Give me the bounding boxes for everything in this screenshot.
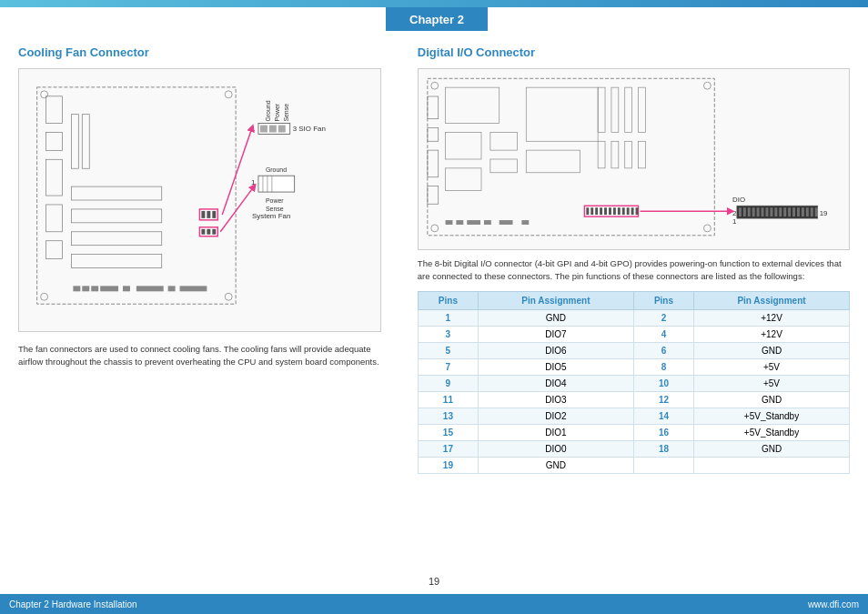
svg-rect-77: [586, 207, 589, 215]
svg-rect-1: [46, 96, 63, 124]
svg-text:1: 1: [251, 178, 256, 186]
svg-text:Ground: Ground: [266, 166, 287, 173]
pin-assignment: +12V: [694, 309, 850, 326]
pin-number: 12: [633, 391, 693, 408]
svg-rect-51: [180, 286, 207, 291]
svg-text:Power: Power: [266, 197, 284, 204]
header: Chapter 2: [0, 0, 868, 31]
svg-rect-27: [278, 126, 286, 133]
svg-rect-84: [618, 207, 621, 215]
svg-text:Sense: Sense: [283, 104, 289, 122]
svg-rect-70: [625, 87, 632, 132]
svg-rect-100: [779, 207, 782, 216]
cooling-fan-diagram: Ground Power Sense 1 3 SIO Fan: [18, 68, 381, 332]
svg-point-53: [431, 82, 439, 89]
svg-rect-108: [815, 207, 818, 216]
fan-diagram-svg: Ground Power Sense 1 3 SIO Fan: [19, 69, 380, 331]
table-row: 9DIO410+5V: [418, 375, 849, 391]
svg-rect-94: [752, 207, 755, 216]
svg-rect-83: [613, 207, 616, 215]
svg-rect-102: [788, 207, 791, 216]
svg-rect-79: [595, 207, 598, 215]
table-header-pins2: Pins: [633, 291, 693, 309]
svg-rect-31: [201, 229, 205, 235]
table-header-assign1: Pin Assignment: [478, 291, 633, 309]
svg-text:19: 19: [819, 209, 827, 217]
pin-assignment: +5V: [694, 375, 850, 391]
pin-number: 13: [418, 408, 478, 424]
left-column: Cooling Fan Connector: [0, 31, 399, 567]
svg-rect-87: [631, 207, 633, 215]
pin-assignment: GND: [478, 457, 633, 473]
svg-rect-64: [490, 132, 518, 150]
svg-rect-118: [521, 220, 529, 225]
svg-rect-98: [770, 207, 772, 216]
svg-rect-104: [797, 207, 800, 216]
pin-assignment: GND: [694, 342, 850, 358]
pin-number: 9: [418, 375, 478, 391]
svg-rect-97: [765, 207, 768, 216]
svg-rect-80: [600, 207, 602, 215]
svg-rect-7: [82, 115, 89, 169]
svg-rect-4: [46, 205, 63, 232]
svg-rect-75: [638, 141, 645, 168]
pin-assignment: +12V: [694, 326, 850, 342]
svg-rect-101: [783, 207, 786, 216]
pin-assignment: +5V_Standby: [694, 424, 850, 440]
svg-rect-61: [445, 87, 499, 123]
svg-rect-92: [743, 207, 746, 216]
svg-rect-50: [168, 286, 176, 291]
pin-number: 17: [418, 440, 478, 457]
chapter-label: Chapter 2: [409, 13, 464, 26]
pin-number: 6: [633, 342, 693, 358]
svg-rect-48: [123, 286, 130, 291]
pin-number: 19: [418, 457, 478, 473]
footer-right: www.dfi.com: [808, 599, 859, 609]
svg-rect-78: [590, 207, 593, 215]
svg-point-54: [703, 82, 711, 89]
svg-rect-45: [82, 286, 89, 291]
svg-rect-18: [207, 211, 210, 218]
svg-rect-113: [445, 220, 452, 225]
svg-rect-81: [604, 207, 607, 215]
pin-assignment: DIO4: [478, 375, 633, 391]
pin-number: [633, 457, 693, 473]
svg-point-13: [225, 91, 232, 98]
digital-io-diagram: DIO: [418, 68, 850, 250]
pin-number: 5: [418, 342, 478, 358]
table-row: 19GND: [418, 457, 849, 473]
pin-assignment: +5V_Standby: [694, 408, 850, 424]
svg-rect-88: [635, 207, 638, 215]
digital-io-title: Digital I/O Connector: [418, 45, 850, 59]
svg-rect-3: [46, 159, 63, 196]
svg-rect-82: [609, 207, 611, 215]
table-row: 3DIO74+12V: [418, 326, 849, 342]
svg-rect-62: [445, 132, 480, 159]
svg-rect-91: [739, 207, 742, 216]
pin-number: 1: [418, 309, 478, 326]
svg-rect-6: [71, 115, 78, 169]
svg-rect-44: [73, 286, 80, 291]
svg-rect-60: [428, 186, 439, 205]
pin-assignment-table: Pins Pin Assignment Pins Pin Assignment …: [418, 291, 850, 474]
pin-assignment: DIO1: [478, 424, 633, 440]
svg-rect-72: [598, 141, 605, 168]
svg-rect-0: [37, 87, 236, 304]
svg-line-29: [222, 128, 252, 215]
pin-number: 11: [418, 391, 478, 408]
header-blue-bar: [0, 0, 868, 7]
pin-assignment: GND: [694, 391, 850, 408]
pin-assignment: GND: [694, 440, 850, 457]
pin-assignment: DIO3: [478, 391, 633, 408]
svg-rect-8: [71, 186, 161, 200]
svg-rect-17: [201, 211, 205, 218]
pin-number: 15: [418, 424, 478, 440]
footer-left: Chapter 2 Hardware Installation: [9, 599, 137, 609]
footer: Chapter 2 Hardware Installation www.dfi.…: [0, 594, 868, 614]
svg-rect-69: [611, 87, 619, 132]
pin-assignment: +5V: [694, 358, 850, 375]
pin-number: 14: [633, 408, 693, 424]
svg-rect-33: [212, 229, 216, 235]
table-row: 7DIO58+5V: [418, 358, 849, 375]
pin-number: 2: [633, 309, 693, 326]
